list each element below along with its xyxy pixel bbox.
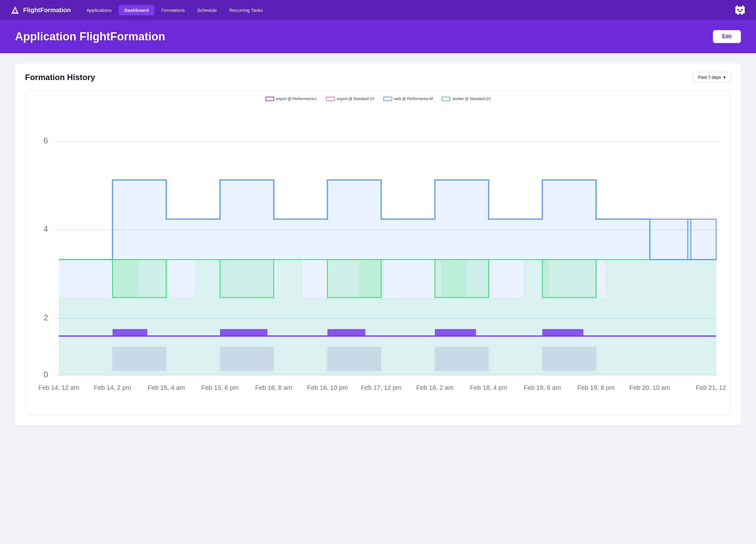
svg-rect-11	[735, 12, 745, 13]
svg-rect-6	[743, 8, 745, 12]
svg-rect-54	[650, 219, 691, 260]
svg-rect-8	[737, 9, 739, 10]
svg-text:Feb 17, 12 pm: Feb 17, 12 pm	[361, 384, 401, 391]
nav-formations[interactable]: Formations	[156, 5, 190, 15]
logo[interactable]: FlightFormation	[10, 5, 71, 15]
svg-rect-5	[735, 8, 737, 12]
legend-export-perf-l: export @ Performance-L	[265, 97, 318, 101]
legend-worker-std-2x: worker @ Standard-2X	[442, 97, 491, 101]
legend-swatch-web-perf-m	[383, 97, 392, 101]
svg-rect-28	[542, 260, 596, 297]
time-range-dropdown[interactable]: Past 7 days ▾	[693, 72, 731, 83]
legend-export-std-1x: export @ Standard-1X	[326, 97, 375, 101]
formation-history-chart: 6 4 2 0	[30, 107, 726, 410]
card-header: Formation History Past 7 days ▾	[25, 72, 731, 83]
svg-rect-32	[220, 329, 267, 336]
svg-rect-10	[738, 11, 742, 12]
svg-text:4: 4	[43, 224, 48, 234]
svg-rect-38	[327, 347, 381, 371]
svg-rect-9	[741, 9, 743, 10]
svg-text:Feb 18, 4 pm: Feb 18, 4 pm	[470, 384, 507, 391]
nav-recurring-tasks[interactable]: Recurring Tasks	[224, 5, 268, 15]
svg-text:Feb 20, 10 am: Feb 20, 10 am	[630, 384, 670, 391]
svg-text:Feb 19, 6 am: Feb 19, 6 am	[524, 384, 561, 391]
nav-dashboard[interactable]: Dashboard	[119, 5, 154, 15]
chevron-down-icon: ▾	[723, 75, 726, 80]
svg-rect-4	[735, 7, 745, 8]
svg-text:0: 0	[43, 370, 48, 379]
svg-text:Feb 14, 2 pm: Feb 14, 2 pm	[94, 384, 131, 391]
edit-button[interactable]: Edit	[713, 30, 741, 43]
svg-text:6: 6	[43, 136, 48, 145]
chart-container: export @ Performance-L export @ Standard…	[25, 90, 731, 415]
svg-text:Feb 15, 4 am: Feb 15, 4 am	[148, 384, 185, 391]
svg-text:Feb 16, 10 pm: Feb 16, 10 pm	[307, 384, 348, 391]
svg-text:Feb 19, 8 pm: Feb 19, 8 pm	[577, 384, 615, 391]
svg-rect-26	[327, 260, 381, 297]
svg-rect-31	[113, 329, 147, 336]
svg-rect-33	[327, 329, 365, 336]
page-title: Application FlightFormation	[15, 30, 165, 43]
legend-web-perf-m: web @ Performance-M	[383, 97, 433, 101]
svg-text:Feb 21, 12 am: Feb 21, 12 am	[696, 384, 726, 391]
svg-rect-25	[220, 260, 274, 297]
svg-rect-12	[737, 13, 739, 15]
legend-swatch-export-std-1x	[326, 97, 335, 101]
svg-rect-24	[113, 260, 166, 297]
dropdown-label: Past 7 days	[698, 75, 721, 80]
nav-links: Applications Dashboard Formations Schedu…	[81, 5, 734, 15]
svg-rect-39	[435, 347, 489, 371]
svg-rect-37	[220, 347, 274, 371]
chart-svg-wrapper: 6 4 2 0	[30, 107, 726, 410]
formation-history-card: Formation History Past 7 days ▾ export @…	[15, 63, 741, 425]
svg-rect-36	[113, 347, 166, 371]
svg-text:Feb 18, 2 am: Feb 18, 2 am	[416, 384, 453, 391]
nav-applications[interactable]: Applications	[81, 5, 117, 15]
svg-rect-13	[741, 13, 743, 15]
svg-text:Feb 16, 8 am: Feb 16, 8 am	[255, 384, 292, 391]
svg-rect-35	[542, 329, 583, 336]
svg-rect-40	[542, 347, 596, 371]
user-avatar[interactable]	[734, 4, 746, 16]
navbar: FlightFormation Applications Dashboard F…	[0, 0, 756, 20]
page-header: Application FlightFormation Edit	[0, 20, 756, 53]
nav-schedule[interactable]: Schedule	[192, 5, 222, 15]
svg-text:Feb 14, 12 am: Feb 14, 12 am	[38, 384, 79, 391]
svg-rect-34	[435, 329, 476, 336]
chart-legend: export @ Performance-L export @ Standard…	[30, 97, 726, 101]
svg-text:Feb 15, 6 pm: Feb 15, 6 pm	[202, 384, 239, 391]
legend-swatch-worker-std-2x	[442, 97, 450, 101]
svg-rect-3	[742, 5, 743, 7]
card-title: Formation History	[25, 73, 95, 82]
svg-text:2: 2	[43, 313, 48, 322]
legend-swatch-export-perf-l	[265, 97, 274, 101]
main-content: Formation History Past 7 days ▾ export @…	[0, 53, 756, 435]
svg-rect-27	[435, 260, 489, 297]
logo-icon	[10, 5, 20, 15]
svg-rect-2	[737, 5, 738, 7]
svg-rect-55	[688, 219, 716, 260]
logo-text: FlightFormation	[23, 7, 71, 14]
